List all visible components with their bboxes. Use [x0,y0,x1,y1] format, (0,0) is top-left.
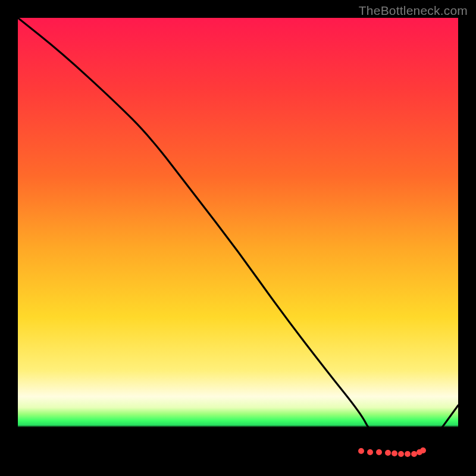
data-marker [358,448,364,454]
series-curve [18,18,458,454]
plot-area [18,18,458,458]
data-marker [420,447,426,453]
data-marker [385,450,391,456]
data-marker [367,449,373,455]
chart-stage: TheBottleneck.com [0,0,476,476]
line-svg [18,18,458,458]
data-marker [398,451,404,457]
data-marker [405,451,411,457]
watermark-label: TheBottleneck.com [359,4,468,18]
data-marker [376,449,382,455]
data-marker [392,450,397,456]
